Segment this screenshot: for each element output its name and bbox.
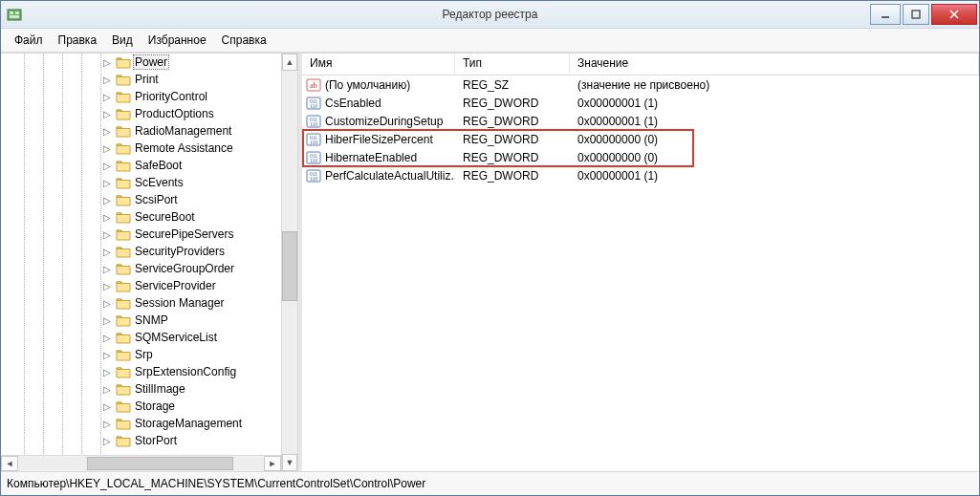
tree-item[interactable]: ▷ServiceProvider — [101, 277, 265, 294]
value-type: REG_SZ — [455, 78, 570, 92]
content-area: ▷Power▷Print▷PriorityControl▷ProductOpti… — [1, 53, 979, 471]
tree-item-label: SecurityProviders — [133, 245, 227, 258]
expand-icon[interactable]: ▷ — [101, 384, 112, 395]
value-row[interactable]: 011110CsEnabledREG_DWORD0x00000001 (1) — [302, 94, 979, 112]
tree-item[interactable]: ▷SecurePipeServers — [101, 226, 265, 243]
menu-file[interactable]: Файл — [9, 32, 49, 48]
svg-text:110: 110 — [310, 103, 317, 109]
expand-icon[interactable]: ▷ — [101, 436, 112, 446]
folder-icon — [116, 107, 131, 120]
menu-view[interactable]: Вид — [106, 32, 139, 48]
close-button[interactable] — [931, 4, 977, 25]
tree-item[interactable]: ▷StorPort — [101, 432, 265, 449]
menu-help[interactable]: Справка — [216, 32, 272, 48]
expand-icon[interactable]: ▷ — [101, 298, 112, 309]
svg-rect-2 — [15, 11, 19, 14]
tree-item-label: SecurePipeServers — [133, 227, 235, 241]
tree-item-label: RadioManagement — [133, 124, 233, 138]
tree-item[interactable]: ▷StillImage — [101, 380, 265, 398]
column-header-value[interactable]: Значение — [570, 54, 979, 75]
value-name: CsEnabled — [325, 97, 381, 110]
tree-item[interactable]: ▷RadioManagement — [101, 122, 265, 140]
expand-icon[interactable]: ▷ — [101, 143, 112, 154]
tree-item[interactable]: ▷ServiceGroupOrder — [101, 260, 265, 277]
expand-icon[interactable]: ▷ — [101, 178, 112, 188]
expand-icon[interactable]: ▷ — [101, 126, 112, 137]
folder-icon — [116, 382, 131, 396]
value-row[interactable]: 011110PerfCalculateActualUtiliz...REG_DW… — [302, 166, 979, 184]
tree-item[interactable]: ▷ScEvents — [101, 174, 265, 191]
binary-value-icon: 011110 — [306, 150, 321, 165]
tree-item[interactable]: ▷SNMP — [101, 312, 265, 329]
tree-item[interactable]: ▷SrpExtensionConfig — [101, 363, 265, 380]
folder-icon — [116, 434, 131, 447]
value-data: (значение не присвоено) — [570, 78, 979, 92]
tree-item[interactable]: ▷Srp — [101, 346, 265, 363]
tree-item[interactable]: ▷ProductOptions — [101, 105, 265, 122]
maximize-button[interactable] — [903, 4, 929, 25]
expand-icon[interactable]: ▷ — [101, 367, 112, 377]
scroll-right-button[interactable]: ► — [264, 456, 281, 471]
tree-item[interactable]: ▷ScsiPort — [101, 191, 265, 208]
tree-item[interactable]: ▷PriorityControl — [101, 88, 265, 105]
value-name: HiberFileSizePercent — [325, 133, 433, 146]
svg-text:ab: ab — [310, 81, 317, 90]
svg-rect-5 — [912, 11, 920, 18]
value-name: PerfCalculateActualUtiliz... — [325, 169, 455, 183]
svg-rect-1 — [10, 11, 13, 14]
scroll-left-button[interactable]: ◄ — [1, 456, 18, 471]
statusbar: Компьютер\HKEY_LOCAL_MACHINE\SYSTEM\Curr… — [1, 471, 979, 495]
value-row[interactable]: 011110HibernateEnabledREG_DWORD0x0000000… — [302, 148, 979, 166]
tree-item[interactable]: ▷Session Manager — [101, 294, 265, 312]
minimize-button[interactable] — [870, 4, 901, 25]
tree-item-label: PriorityControl — [133, 90, 209, 103]
tree-item[interactable]: ▷SafeBoot — [101, 157, 265, 174]
menu-favorites[interactable]: Избранное — [142, 32, 212, 48]
svg-rect-3 — [10, 15, 19, 18]
expand-icon[interactable]: ▷ — [101, 109, 112, 119]
tree-item[interactable]: ▷Power — [101, 54, 265, 71]
tree-item[interactable]: ▷StorageManagement — [101, 415, 265, 432]
expand-icon[interactable]: ▷ — [101, 401, 112, 412]
expand-icon[interactable]: ▷ — [101, 247, 112, 257]
value-type: REG_DWORD — [455, 151, 570, 164]
expand-icon[interactable]: ▷ — [101, 212, 112, 223]
expand-icon[interactable]: ▷ — [101, 75, 112, 85]
value-data: 0x00000001 (1) — [570, 169, 979, 183]
expand-icon[interactable]: ▷ — [101, 161, 112, 171]
expand-icon[interactable]: ▷ — [101, 333, 112, 343]
expand-icon[interactable]: ▷ — [101, 195, 112, 205]
scroll-down-button[interactable]: ▼ — [282, 454, 297, 471]
binary-value-icon: 011110 — [306, 114, 321, 129]
expand-icon[interactable]: ▷ — [101, 229, 112, 240]
expand-icon[interactable]: ▷ — [101, 92, 112, 102]
menu-edit[interactable]: Правка — [53, 32, 103, 48]
titlebar[interactable]: Редактор реестра — [1, 1, 979, 29]
expand-icon[interactable]: ▷ — [101, 57, 112, 68]
value-name: (По умолчанию) — [325, 78, 410, 92]
tree-horizontal-scrollbar[interactable]: ◄ ► — [1, 455, 281, 471]
expand-icon[interactable]: ▷ — [101, 264, 112, 274]
tree-item[interactable]: ▷SecureBoot — [101, 208, 265, 226]
column-header-type[interactable]: Тип — [455, 54, 570, 75]
tree-vertical-scrollbar[interactable]: ▲ ▼ — [281, 54, 297, 471]
expand-icon[interactable]: ▷ — [101, 315, 112, 326]
tree-item[interactable]: ▷SQMServiceList — [101, 329, 265, 346]
tree-item[interactable]: ▷Remote Assistance — [101, 140, 265, 157]
expand-icon[interactable]: ▷ — [101, 350, 112, 360]
value-row[interactable]: 011110HiberFileSizePercentREG_DWORD0x000… — [302, 130, 979, 148]
value-data: 0x00000000 (0) — [570, 151, 979, 164]
tree-list[interactable]: ▷Power▷Print▷PriorityControl▷ProductOpti… — [101, 54, 265, 456]
tree-item[interactable]: ▷Print — [101, 71, 265, 88]
value-list[interactable]: ab(По умолчанию)REG_SZ(значение не присв… — [302, 75, 979, 471]
column-header-name[interactable]: Имя — [302, 54, 455, 75]
expand-icon[interactable]: ▷ — [101, 419, 112, 429]
value-row[interactable]: 011110CustomizeDuringSetupREG_DWORD0x000… — [302, 112, 979, 130]
value-row[interactable]: ab(По умолчанию)REG_SZ(значение не присв… — [302, 75, 979, 94]
tree-item-label: Srp — [133, 348, 155, 361]
tree-item[interactable]: ▷SecurityProviders — [101, 243, 265, 260]
tree-item[interactable]: ▷Storage — [101, 398, 265, 415]
scroll-up-button[interactable]: ▲ — [282, 54, 297, 71]
value-data: 0x00000001 (1) — [570, 115, 979, 128]
expand-icon[interactable]: ▷ — [101, 281, 112, 291]
